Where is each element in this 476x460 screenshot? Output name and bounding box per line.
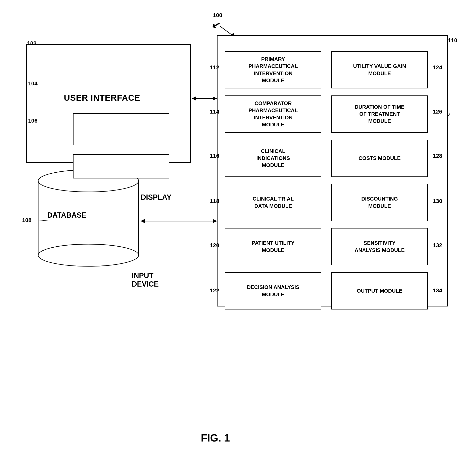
ui-title: USER INTERFACE [64, 93, 140, 103]
svg-point-28 [38, 244, 139, 266]
module-116-text: CLINICALINDICATIONSMODULE [256, 148, 290, 169]
svg-marker-3 [213, 96, 217, 100]
module-114-text: COMPARATORPHARMACEUTICALINTERVENTIONMODU… [248, 100, 298, 128]
arrow-100-symbol: ↙ [211, 18, 222, 32]
ref-118: 118 [210, 198, 219, 204]
module-124-text: UTILITY VALUE GAINMODULE [353, 63, 406, 77]
module-126-text: DURATION OF TIMEOF TREATMENTMODULE [355, 104, 405, 125]
module-132-text: SENSITIVITYANALYSIS MODULE [355, 240, 405, 254]
module-120-text: PATIENT UTILITYMODULE [252, 240, 295, 254]
module-120: PATIENT UTILITYMODULE [225, 228, 321, 265]
ref-104: 104 [28, 80, 38, 87]
ref-124: 124 [433, 64, 442, 71]
module-114: COMPARATORPHARMACEUTICALINTERVENTIONMODU… [225, 95, 321, 133]
ref-122: 122 [210, 287, 219, 294]
ref-134: 134 [433, 287, 442, 294]
ref-110: 110 [448, 37, 457, 43]
module-122: DECISION ANALYSISMODULE [225, 272, 321, 310]
module-132: SENSITIVITYANALYSIS MODULE [332, 228, 428, 265]
database-label: DATABASE [47, 211, 86, 219]
module-130: DISCOUNTINGMODULE [332, 184, 428, 221]
ref-100: 100 [213, 12, 222, 18]
svg-marker-6 [213, 219, 217, 223]
module-112: PRIMARYPHARMACEUTICALINTERVENTIONMODULE [225, 51, 321, 88]
fig-label: FIG. 1 [201, 432, 230, 444]
svg-line-14 [39, 220, 50, 221]
module-116: CLINICALINDICATIONSMODULE [225, 140, 321, 177]
module-128-text: COSTS MODULE [358, 155, 400, 162]
ui-interface-box: USER INTERFACE DISPLAY INPUT DEVICE [26, 44, 191, 163]
ref-132: 132 [433, 242, 442, 249]
svg-marker-7 [141, 219, 144, 223]
module-128: COSTS MODULE [332, 140, 428, 177]
ref-116: 116 [210, 153, 219, 159]
input-label: INPUT DEVICE [132, 271, 169, 288]
ref-106: 106 [28, 118, 38, 124]
module-134-text: OUTPUT MODULE [357, 287, 402, 295]
module-126: DURATION OF TIMEOF TREATMENTMODULE [332, 95, 428, 133]
display-label: DISPLAY [141, 193, 171, 201]
ref-130: 130 [433, 198, 442, 204]
diagram-container: 100 ↙ 102 USER INTERFACE DISPLAY INPUT D… [0, 0, 476, 460]
ref-112: 112 [210, 64, 219, 71]
module-124: UTILITY VALUE GAINMODULE [332, 51, 428, 88]
svg-marker-4 [192, 96, 196, 100]
ref-128: 128 [433, 153, 442, 159]
ref-114: 114 [210, 109, 219, 115]
module-118: CLINICAL TRIALDATA MODULE [225, 184, 321, 221]
module-118-text: CLINICAL TRIALDATA MODULE [253, 195, 294, 209]
module-130-text: DISCOUNTINGMODULE [361, 195, 398, 209]
input-device-box: INPUT DEVICE [73, 154, 169, 178]
ref-120: 120 [210, 242, 219, 249]
display-box: DISPLAY [73, 113, 169, 145]
ref-108: 108 [22, 217, 32, 224]
module-134: OUTPUT MODULE [332, 272, 428, 310]
module-122-text: DECISION ANALYSISMODULE [247, 284, 299, 298]
ref-126: 126 [433, 109, 442, 115]
module-112-text: PRIMARYPHARMACEUTICALINTERVENTIONMODULE [248, 56, 298, 84]
